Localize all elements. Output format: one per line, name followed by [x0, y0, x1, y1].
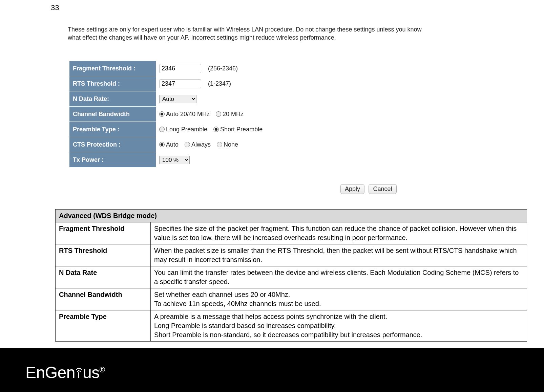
doc-row-label: RTS Threshold [56, 244, 151, 266]
cts-always-radio[interactable]: Always [185, 141, 211, 148]
doc-row-desc: You can limit the transfer rates between… [151, 266, 527, 288]
logo-prefix: EnGen [25, 364, 75, 382]
cts-none-label: None [224, 141, 238, 148]
doc-row-label: Channel Bandwidth [56, 288, 151, 310]
preamble-short-label: Short Preamble [220, 126, 263, 133]
rts-threshold-range: (1-2347) [208, 80, 231, 87]
preamble-short-radio[interactable]: Short Preamble [213, 126, 263, 133]
preamble-long-radio[interactable]: Long Preamble [159, 126, 207, 133]
engenius-logo: EnGenius® [25, 363, 105, 382]
fragment-threshold-range: (256-2346) [208, 65, 238, 72]
preamble-long-label: Long Preamble [166, 126, 207, 133]
cts-none-radio[interactable]: None [217, 141, 238, 148]
doc-table-header: Advanced (WDS Bridge mode) [56, 210, 527, 222]
channel-bw-auto-radio[interactable]: Auto 20/40 MHz [159, 111, 210, 118]
apply-button[interactable]: Apply [340, 184, 364, 194]
cts-auto-radio[interactable]: Auto [159, 141, 179, 148]
advanced-description-table: Advanced (WDS Bridge mode) Fragment Thre… [55, 209, 527, 342]
doc-row-desc: Set whether each channel uses 20 or 40Mh… [151, 288, 527, 310]
radio-unchecked-icon [217, 142, 222, 147]
wifi-arc-icon: i [75, 361, 83, 380]
channel-bw-20-radio[interactable]: 20 MHz [216, 111, 244, 118]
radio-checked-icon [213, 127, 219, 132]
rts-threshold-label: RTS Threshold : [69, 76, 156, 91]
svg-text:i: i [78, 369, 80, 378]
cts-always-label: Always [191, 141, 211, 148]
fragment-threshold-label: Fragment Threshold : [69, 61, 156, 76]
fragment-threshold-input[interactable] [159, 64, 201, 73]
preamble-type-label: Preamble Type : [69, 122, 156, 137]
radio-unchecked-icon [216, 111, 221, 117]
doc-row-desc: A preamble is a message that helps acces… [151, 310, 527, 342]
logo-suffix: us [83, 364, 100, 382]
doc-row-desc: Specifies the size of the packet per fra… [151, 222, 527, 244]
page-number: 33 [51, 3, 59, 12]
tx-power-label: Tx Power : [69, 152, 156, 168]
channel-bw-auto-label: Auto 20/40 MHz [166, 111, 210, 118]
radio-checked-icon [159, 111, 165, 117]
n-data-rate-select[interactable]: Auto [159, 95, 196, 103]
channel-bandwidth-label: Channel Bandwidth [69, 107, 156, 122]
tx-power-select[interactable]: 100 % [159, 156, 190, 164]
wireless-settings-form: Fragment Threshold : (256-2346) RTS Thre… [69, 61, 266, 168]
channel-bw-20-label: 20 MHz [223, 111, 244, 118]
doc-row-label: Fragment Threshold [56, 222, 151, 244]
radio-checked-icon [159, 142, 165, 147]
form-buttons: Apply Cancel [340, 184, 399, 194]
registered-icon: ® [100, 366, 105, 374]
doc-row-desc: When the packet size is smaller than the… [151, 244, 527, 266]
cts-auto-label: Auto [166, 141, 179, 148]
radio-unchecked-icon [159, 127, 165, 132]
intro-paragraph: These settings are only for expert user … [68, 25, 423, 42]
cancel-button[interactable]: Cancel [369, 184, 396, 194]
rts-threshold-input[interactable] [159, 79, 201, 88]
page-footer: EnGenius® [0, 348, 544, 392]
doc-row-label: Preamble Type [56, 310, 151, 342]
doc-row-label: N Data Rate [56, 266, 151, 288]
radio-unchecked-icon [185, 142, 190, 147]
n-data-rate-label: N Data Rate: [69, 91, 156, 107]
cts-protection-label: CTS Protection : [69, 137, 156, 152]
